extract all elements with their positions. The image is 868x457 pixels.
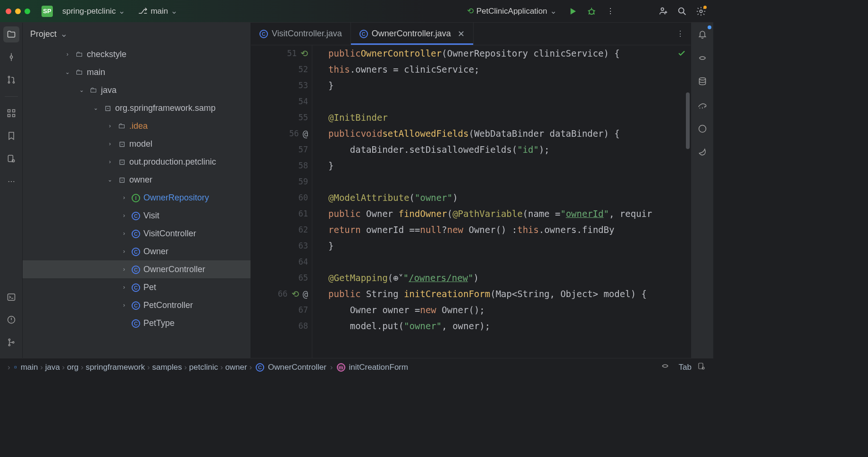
breadcrumb-item[interactable]: samples — [152, 363, 182, 372]
vcs-button[interactable] — [3, 334, 19, 350]
spiral-icon[interactable] — [661, 362, 669, 373]
editor-tab[interactable]: COwnerController.java✕ — [351, 23, 474, 45]
gutter-line[interactable]: 59 — [251, 174, 312, 190]
breadcrumb-method[interactable]: initCreationForm — [349, 363, 409, 372]
editor-tab[interactable]: CVisitController.java — [251, 23, 351, 45]
code-line[interactable]: public void setAllowedFields(WebDataBind… — [312, 125, 691, 141]
ai-assistant-button[interactable] — [694, 50, 710, 66]
breadcrumb-item[interactable]: main — [21, 363, 38, 372]
gutter-line[interactable]: 51⟲ — [251, 45, 312, 61]
persistence-button[interactable] — [3, 150, 19, 166]
tree-chevron-icon[interactable]: ⌄ — [77, 87, 86, 93]
gutter-line[interactable]: 61 — [251, 206, 312, 222]
project-panel-header[interactable]: Project ⌄ — [23, 23, 250, 45]
code-line[interactable]: public OwnerController(OwnerRepository c… — [312, 45, 691, 61]
notifications-button[interactable] — [694, 26, 710, 42]
tree-chevron-icon[interactable]: › — [120, 194, 128, 201]
search-icon[interactable] — [676, 5, 689, 18]
terminal-button[interactable] — [3, 289, 19, 305]
tree-chevron-icon[interactable]: › — [120, 302, 128, 308]
code-line[interactable]: @GetMapping(⊕˅"/owners/new") — [312, 270, 691, 286]
close-window[interactable] — [6, 8, 11, 14]
run-config-selector[interactable]: ⟲ PetClinicApplication ⌄ — [463, 4, 560, 18]
code-line[interactable]: public Owner findOwner(@PathVariable(nam… — [312, 206, 691, 222]
more-actions[interactable]: ⋮ — [604, 5, 617, 18]
gutter-line[interactable]: 60 — [251, 190, 312, 206]
tree-node[interactable]: ›COwner — [23, 242, 250, 260]
tree-node[interactable]: ›CVisitController — [23, 224, 250, 242]
minimize-window[interactable] — [15, 8, 21, 14]
project-selector[interactable]: spring-petclinic ⌄ — [58, 4, 129, 18]
project-view-button[interactable] — [3, 26, 19, 42]
breadcrumb-item[interactable]: springframework — [86, 363, 145, 372]
pull-requests-button[interactable] — [3, 72, 19, 88]
tree-chevron-icon[interactable]: › — [120, 248, 128, 255]
settings-icon[interactable] — [694, 5, 708, 18]
code-line[interactable] — [312, 174, 691, 190]
gutter-line[interactable]: 53 — [251, 77, 312, 93]
gutter-line[interactable]: 66⟲@ — [251, 286, 312, 302]
tree-node[interactable]: ⌄⊡org.springframework.samp — [23, 99, 250, 117]
tree-node[interactable]: ›⊡model — [23, 135, 250, 153]
breadcrumb-item[interactable]: petclinic — [189, 363, 218, 372]
reader-mode-icon[interactable] — [697, 362, 706, 373]
code-line[interactable]: Owner owner = new Owner(); — [312, 302, 691, 318]
tree-chevron-icon[interactable]: ⌄ — [63, 69, 72, 75]
scrollbar-thumb[interactable] — [686, 92, 690, 149]
tree-chevron-icon[interactable]: › — [106, 158, 114, 165]
breadcrumb-item[interactable]: java — [45, 363, 60, 372]
structure-button[interactable] — [3, 105, 19, 121]
gutter-line[interactable]: 58 — [251, 158, 312, 174]
code-line[interactable]: } — [312, 158, 691, 174]
code-line[interactable]: @InitBinder — [312, 109, 691, 125]
code-line[interactable]: dataBinder.setDisallowedFields("id"); — [312, 141, 691, 158]
code-line[interactable]: model.put("owner", owner); — [312, 318, 691, 334]
tree-node[interactable]: CPetType — [23, 314, 250, 332]
tree-chevron-icon[interactable]: ⌄ — [106, 176, 114, 183]
tree-node[interactable]: ›IOwnerRepository — [23, 189, 250, 207]
tree-chevron-icon[interactable]: › — [106, 123, 114, 129]
code-line[interactable]: @ModelAttribute("owner") — [312, 190, 691, 206]
commit-button[interactable] — [3, 49, 19, 65]
code-content[interactable]: public OwnerController(OwnerRepository c… — [312, 45, 691, 358]
code-line[interactable]: } — [312, 77, 691, 93]
code-line[interactable]: this.owners = clinicService; — [312, 61, 691, 77]
tree-node[interactable]: ⌄⊡owner — [23, 171, 250, 189]
close-tab-icon[interactable]: ✕ — [458, 29, 465, 39]
tree-chevron-icon[interactable]: › — [120, 212, 128, 219]
problems-button[interactable] — [3, 312, 19, 328]
breadcrumb-item[interactable]: org — [67, 363, 79, 372]
tree-node[interactable]: ›🗀.idea — [23, 117, 250, 135]
tree-chevron-icon[interactable]: › — [120, 284, 128, 291]
breadcrumb-item[interactable]: owner — [225, 363, 247, 372]
database-button[interactable] — [694, 74, 710, 90]
code-line[interactable]: return ownerId == null ? new Owner() : t… — [312, 222, 691, 238]
gutter-line[interactable]: 55 — [251, 109, 312, 125]
code-line[interactable] — [312, 93, 691, 109]
tree-chevron-icon[interactable]: › — [106, 141, 114, 147]
tree-node[interactable]: ›COwnerController — [23, 260, 250, 278]
gutter-line[interactable]: 52 — [251, 61, 312, 77]
tree-node[interactable]: ›🗀checkstyle — [23, 45, 250, 63]
breadcrumb-class[interactable]: OwnerController — [268, 363, 326, 372]
gutter-line[interactable]: 62 — [251, 222, 312, 238]
tree-node[interactable]: ⌄🗀java — [23, 81, 250, 99]
gutter-line[interactable]: 56@ — [251, 125, 312, 141]
gutter-line[interactable]: 54 — [251, 93, 312, 109]
gutter-line[interactable]: 67 — [251, 302, 312, 318]
tree-chevron-icon[interactable]: › — [63, 51, 72, 58]
spring-button[interactable] — [694, 144, 710, 160]
branch-selector[interactable]: ⎇ main ⌄ — [134, 4, 181, 18]
gutter-line[interactable]: 68 — [251, 318, 312, 334]
gutter-line[interactable]: 57 — [251, 141, 312, 158]
debug-button[interactable] — [585, 5, 598, 18]
gutter-line[interactable]: 65 — [251, 270, 312, 286]
tab-more-button[interactable]: ⋮ — [670, 23, 691, 45]
maximize-window[interactable] — [25, 8, 30, 14]
tree-chevron-icon[interactable]: ⌄ — [92, 105, 100, 111]
tree-node[interactable]: ›CPet — [23, 278, 250, 296]
coverage-button[interactable] — [694, 121, 710, 137]
tree-node[interactable]: ›CPetController — [23, 296, 250, 314]
tree-node[interactable]: ›CVisit — [23, 207, 250, 224]
gutter-line[interactable]: 63 — [251, 238, 312, 254]
